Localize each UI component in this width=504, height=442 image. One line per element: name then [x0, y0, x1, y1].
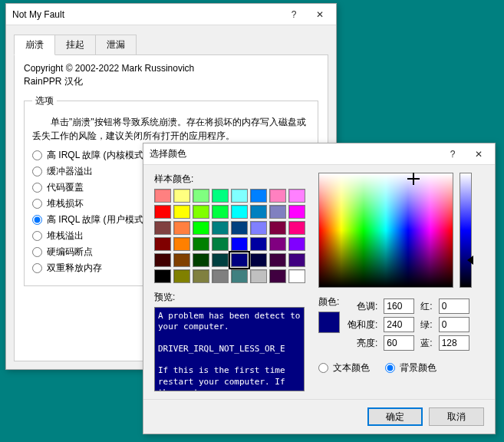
color-swatch[interactable]: [269, 237, 286, 251]
color-swatch[interactable]: [269, 189, 286, 203]
sat-input[interactable]: [384, 317, 414, 332]
color-swatch[interactable]: [173, 269, 190, 283]
color-swatch[interactable]: [269, 253, 286, 267]
color-swatch[interactable]: [212, 237, 229, 251]
color-fields: 色调: 红: 饱和度: 绿: 亮度: 蓝:: [348, 299, 469, 351]
color-swatch[interactable]: [231, 221, 248, 235]
color-type-group: 文本颜色 背景颜色: [318, 358, 484, 378]
red-label: 红:: [420, 300, 432, 313]
color-swatch[interactable]: [193, 253, 209, 267]
color-swatch[interactable]: [231, 205, 248, 219]
text-color-radio[interactable]: 文本颜色: [318, 361, 370, 374]
tab-crash[interactable]: 崩溃: [14, 35, 55, 55]
copyright-text: Copyright © 2002-2022 Mark Russinovich: [24, 63, 318, 74]
nmf-titlebar: Not My Fault ? ✕: [6, 4, 336, 25]
tab-leak[interactable]: 泄漏: [95, 35, 137, 55]
cancel-button[interactable]: 取消: [429, 407, 484, 426]
color-swatch[interactable]: [288, 237, 305, 251]
color-swatch[interactable]: [269, 205, 286, 219]
color-swatch[interactable]: [231, 189, 248, 203]
color-swatch[interactable]: [212, 221, 229, 235]
color-swatch[interactable]: [212, 189, 229, 203]
green-input[interactable]: [439, 317, 469, 332]
color-swatch[interactable]: [173, 205, 190, 219]
color-swatch[interactable]: [154, 189, 171, 203]
color-swatch[interactable]: [288, 205, 305, 219]
color-swatch[interactable]: [154, 237, 171, 251]
swatch-grid: [154, 189, 308, 283]
cp-titlebar: 选择颜色 ? ✕: [143, 143, 495, 165]
color-swatch[interactable]: [193, 237, 209, 251]
blue-input[interactable]: [439, 335, 469, 351]
color-swatch[interactable]: [269, 221, 286, 235]
color-swatch[interactable]: [154, 253, 171, 267]
color-swatch[interactable]: [250, 189, 267, 203]
color-swatch[interactable]: [250, 205, 267, 219]
sat-label: 饱和度:: [348, 318, 377, 332]
green-label: 绿:: [420, 318, 432, 332]
color-swatch[interactable]: [173, 237, 190, 251]
color-sample: [318, 312, 340, 333]
color-swatch[interactable]: [250, 221, 267, 235]
hue-input[interactable]: [384, 299, 414, 314]
color-swatch[interactable]: [193, 221, 209, 235]
color-swatch[interactable]: [250, 269, 267, 283]
cp-help-button[interactable]: ?: [440, 146, 466, 163]
color-swatch[interactable]: [212, 269, 229, 283]
bg-color-radio[interactable]: 背景颜色: [385, 361, 436, 374]
lum-input[interactable]: [384, 335, 414, 351]
color-swatch[interactable]: [231, 253, 248, 267]
color-swatch[interactable]: [250, 253, 267, 267]
hue-label: 色调:: [348, 300, 377, 313]
color-swatch[interactable]: [193, 189, 209, 203]
help-button[interactable]: ?: [281, 6, 307, 23]
color-swatch[interactable]: [288, 189, 305, 203]
ok-button[interactable]: 确定: [367, 407, 423, 426]
cp-close-button[interactable]: ✕: [466, 146, 492, 163]
color-swatch[interactable]: [154, 269, 171, 283]
color-swatch[interactable]: [212, 253, 229, 267]
color-swatch[interactable]: [269, 269, 286, 283]
options-legend: 选项: [32, 94, 57, 107]
color-swatch[interactable]: [250, 237, 267, 251]
tab-hang[interactable]: 挂起: [54, 35, 96, 55]
tab-strip: 崩溃 挂起 泄漏: [6, 28, 336, 55]
lum-label: 亮度:: [348, 337, 377, 350]
color-swatch[interactable]: [154, 221, 171, 235]
options-description: 单击"崩溃"按钮将导致系统崩溃。存在将损坏的内存写入磁盘或丢失工作的风险，建议关…: [32, 115, 310, 143]
color-picker-window: 选择颜色 ? ✕ 样本颜色: 预览: A problem has been de…: [143, 143, 496, 434]
cp-title: 选择颜色: [150, 147, 440, 160]
color-swatch[interactable]: [288, 253, 305, 267]
color-gradient[interactable]: [318, 173, 453, 288]
luminance-arrow-icon: [467, 256, 473, 265]
blue-label: 蓝:: [420, 337, 432, 350]
swatches-label: 样本颜色:: [154, 173, 308, 186]
color-swatch[interactable]: [288, 269, 305, 283]
color-swatch[interactable]: [193, 205, 209, 219]
color-label: 颜色:: [318, 295, 348, 308]
color-swatch[interactable]: [231, 269, 248, 283]
color-swatch[interactable]: [231, 237, 248, 251]
color-swatch[interactable]: [212, 205, 229, 219]
red-input[interactable]: [439, 299, 469, 314]
color-swatch[interactable]: [193, 269, 209, 283]
preview-box: A problem has been detect to your comput…: [154, 307, 305, 391]
nmf-title: Not My Fault: [12, 9, 281, 20]
color-swatch[interactable]: [288, 221, 305, 235]
color-swatch[interactable]: [173, 253, 190, 267]
translator-text: RainPPR 汉化: [24, 75, 318, 88]
color-swatch[interactable]: [173, 189, 190, 203]
cp-button-bar: 确定 取消: [143, 399, 495, 434]
gradient-crosshair: [410, 175, 417, 183]
luminance-strip[interactable]: [460, 173, 472, 288]
color-swatch[interactable]: [173, 221, 190, 235]
color-swatch[interactable]: [154, 205, 171, 219]
close-button[interactable]: ✕: [307, 6, 333, 23]
preview-label: 预览:: [154, 291, 308, 304]
